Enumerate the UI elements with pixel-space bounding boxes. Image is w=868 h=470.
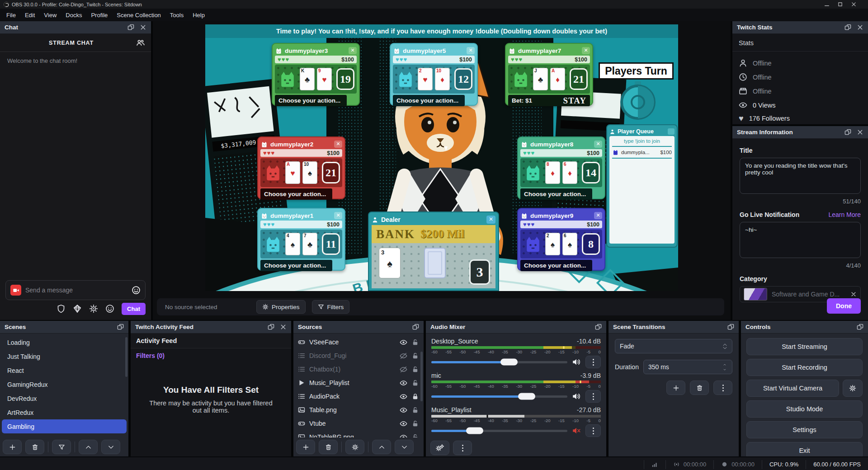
popout-icon[interactable] [595, 324, 602, 330]
scene-item-react[interactable]: React [2, 363, 127, 377]
menu-edit[interactable]: Edit [20, 10, 39, 20]
stream-title-textarea[interactable]: Yo are you reading the title wow that's … [740, 158, 861, 194]
popout-icon[interactable] [727, 324, 734, 330]
source-row-chatbox[interactable]: Chatbox(1) [293, 362, 424, 376]
filters-link[interactable]: Filters (0) [136, 352, 286, 359]
menu-tools[interactable]: Tools [165, 10, 188, 20]
volume-slider[interactable] [431, 361, 567, 363]
chat-send-button[interactable]: Chat [122, 303, 146, 315]
emote-picker-icon[interactable] [132, 286, 141, 295]
learn-more-link[interactable]: Learn More [828, 211, 861, 218]
transition-menu-button[interactable] [713, 381, 732, 395]
close-icon[interactable] [140, 24, 146, 31]
add-source-button[interactable] [296, 440, 315, 454]
close-icon[interactable] [857, 129, 863, 136]
scene-item-gamingredux[interactable]: GamingRedux [2, 377, 127, 391]
source-row-vtube[interactable]: Vtube [293, 417, 424, 430]
move-scene-up-button[interactable] [79, 440, 98, 454]
menu-profile[interactable]: Profile [86, 10, 112, 20]
filters-button[interactable]: Filters [312, 300, 350, 314]
muted-speaker-icon[interactable] [572, 426, 581, 435]
settings-button[interactable]: Settings [746, 421, 863, 438]
menu-file[interactable]: File [2, 10, 20, 20]
lock-icon[interactable] [411, 393, 419, 400]
scene-filters-button[interactable] [52, 440, 71, 454]
eye-icon[interactable] [400, 433, 407, 438]
unlock-icon[interactable] [411, 406, 419, 414]
add-scene-button[interactable] [3, 440, 22, 454]
popout-icon[interactable] [117, 324, 124, 330]
studio-mode-button[interactable]: Studio Mode [746, 400, 863, 418]
volume-slider[interactable] [431, 395, 567, 398]
program-preview[interactable]: $3,317,009.38 BLACKJACK [205, 24, 678, 291]
unlock-icon[interactable] [411, 366, 419, 373]
menu-docks[interactable]: Docks [61, 10, 86, 20]
done-button[interactable]: Done [827, 298, 861, 314]
eye-slash-icon[interactable] [400, 366, 407, 373]
move-scene-down-button[interactable] [101, 440, 120, 454]
menu-view[interactable]: View [39, 10, 61, 20]
close-button[interactable] [851, 1, 864, 7]
viewer-list-icon[interactable] [136, 39, 145, 47]
source-row-music-playlist[interactable]: Music_Playlist [293, 376, 424, 390]
mixer-menu-button[interactable] [453, 441, 472, 455]
spin-down-icon[interactable] [722, 368, 727, 371]
source-row-audiopack[interactable]: AudioPack [293, 390, 424, 403]
source-row-vseeface[interactable]: VSeeFace [293, 335, 424, 349]
popout-icon[interactable] [412, 324, 419, 330]
move-source-up-button[interactable] [372, 440, 391, 454]
stream-together-icon[interactable] [10, 285, 21, 296]
start-virtual-camera-button[interactable]: Start Virtual Camera [746, 380, 839, 397]
popout-icon[interactable] [127, 24, 134, 31]
chat-message-input[interactable] [25, 287, 127, 294]
eye-icon[interactable] [400, 338, 407, 346]
eye-icon[interactable] [400, 420, 407, 428]
popout-icon[interactable] [844, 24, 851, 31]
maximize-button[interactable] [837, 1, 851, 7]
volume-slider[interactable] [431, 430, 567, 432]
channel-points-icon[interactable] [105, 304, 114, 313]
scene-item-gambling[interactable]: Gambling [2, 419, 127, 433]
minimize-button[interactable] [824, 1, 837, 8]
duration-spinbox[interactable]: 350 ms [643, 360, 732, 374]
unlock-icon[interactable] [411, 352, 419, 360]
scene-item-loading[interactable]: Loading [2, 335, 127, 349]
speaker-icon[interactable] [572, 357, 581, 367]
popout-icon[interactable] [844, 129, 851, 136]
remove-transition-button[interactable] [690, 381, 709, 395]
remove-source-button[interactable] [319, 440, 338, 454]
eye-icon[interactable] [400, 406, 407, 414]
bits-icon[interactable] [73, 304, 82, 313]
go-live-notification-textarea[interactable]: ~hi~ [740, 222, 861, 258]
start-recording-button[interactable]: Start Recording [746, 359, 863, 376]
channel-menu-button[interactable] [585, 424, 601, 437]
properties-button[interactable]: Properties [256, 300, 306, 314]
scrollbar[interactable] [125, 337, 127, 377]
menu-help[interactable]: Help [188, 10, 209, 20]
source-row-table-png[interactable]: Table.png [293, 403, 424, 417]
close-icon[interactable] [857, 24, 863, 31]
move-source-down-button[interactable] [395, 440, 414, 454]
unlock-icon[interactable] [411, 420, 419, 428]
remove-scene-button[interactable] [25, 440, 44, 454]
speaker-icon[interactable] [572, 392, 581, 401]
eye-icon[interactable] [400, 393, 407, 400]
add-transition-button[interactable] [666, 381, 685, 395]
popout-icon[interactable] [857, 324, 863, 330]
clear-category-icon[interactable] [850, 291, 857, 297]
scene-item-artredux[interactable]: ArtRedux [2, 405, 127, 419]
chat-settings-gear-icon[interactable] [89, 304, 98, 313]
scene-item-devredux[interactable]: DevRedux [2, 391, 127, 405]
unlock-icon[interactable] [411, 433, 419, 438]
source-row-notablebg-png[interactable]: NoTableBG.png [293, 430, 424, 437]
scrollbar[interactable] [420, 352, 423, 401]
scene-item-just-talking[interactable]: Just Talking [2, 349, 127, 363]
virtual-camera-settings-button[interactable] [843, 380, 863, 397]
eye-slash-icon[interactable] [400, 352, 407, 360]
spin-up-icon[interactable] [722, 363, 727, 367]
advanced-audio-button[interactable] [430, 441, 449, 455]
source-properties-button[interactable] [345, 440, 364, 454]
menu-scene-collection[interactable]: Scene Collection [112, 10, 165, 20]
eye-icon[interactable] [400, 379, 407, 387]
start-streaming-button[interactable]: Start Streaming [746, 338, 863, 355]
